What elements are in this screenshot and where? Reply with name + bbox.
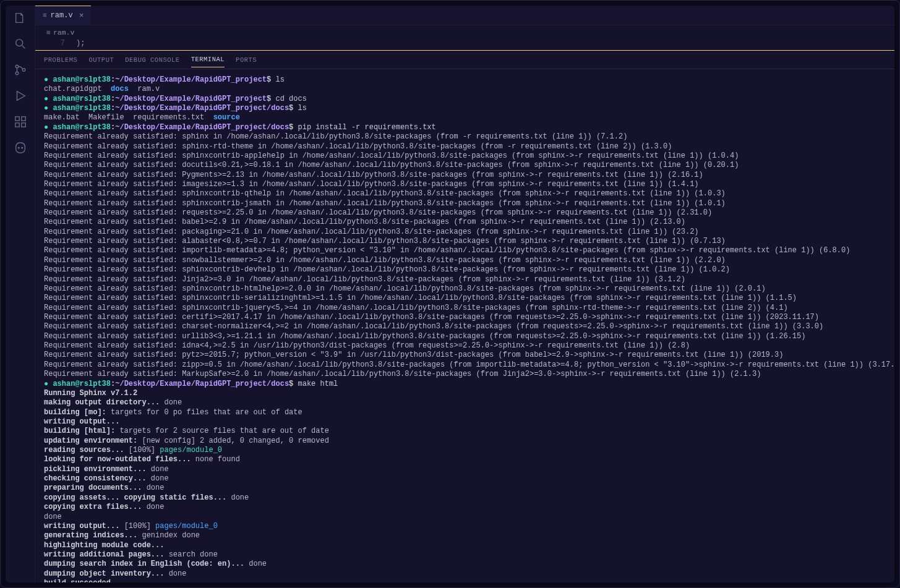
- svg-rect-5: [21, 117, 25, 121]
- svg-point-9: [21, 147, 22, 148]
- editor-line[interactable]: 7 );: [35, 39, 894, 51]
- copilot-icon[interactable]: [13, 140, 28, 155]
- line-content: );: [65, 39, 85, 48]
- run-debug-icon[interactable]: [13, 88, 28, 103]
- tab-ram-v[interactable]: ≡ ram.v ×: [35, 6, 91, 25]
- panel-tab-ports[interactable]: PORTS: [236, 53, 257, 67]
- terminal[interactable]: ● ashan@rslpt38:~/Desktop/Example/RapidG…: [35, 69, 894, 582]
- svg-point-3: [22, 69, 25, 72]
- svg-rect-4: [15, 117, 19, 121]
- breadcrumb-file: ram.v: [53, 28, 75, 36]
- extensions-icon[interactable]: [13, 114, 28, 129]
- svg-rect-7: [21, 123, 25, 127]
- main-area: ≡ ram.v × ≡ ram.v 7 ); PROBLEMSOUTPUTDEB…: [35, 6, 894, 582]
- file-icon: ≡: [46, 28, 51, 36]
- app-window: ≡ ram.v × ≡ ram.v 7 ); PROBLEMSOUTPUTDEB…: [6, 6, 894, 582]
- svg-point-8: [18, 147, 19, 148]
- tab-label: ram.v: [51, 11, 73, 20]
- svg-point-1: [15, 65, 19, 68]
- panel-tab-output[interactable]: OUTPUT: [88, 53, 114, 67]
- panel-tabs: PROBLEMSOUTPUTDEBUG CONSOLETERMINALPORTS: [35, 51, 894, 69]
- breadcrumb[interactable]: ≡ ram.v: [35, 25, 894, 39]
- panel-tab-debug-console[interactable]: DEBUG CONSOLE: [125, 53, 179, 67]
- editor-tab-bar: ≡ ram.v ×: [35, 6, 894, 25]
- file-icon: ≡: [43, 12, 47, 19]
- panel-tab-terminal[interactable]: TERMINAL: [191, 52, 225, 67]
- svg-rect-6: [15, 123, 19, 127]
- line-number: 7: [46, 39, 65, 48]
- svg-point-0: [15, 40, 22, 46]
- search-icon[interactable]: [13, 36, 28, 51]
- activity-bar: [6, 6, 35, 582]
- svg-point-2: [15, 72, 19, 75]
- close-icon[interactable]: ×: [79, 11, 84, 20]
- source-control-icon[interactable]: [13, 62, 28, 77]
- panel-tab-problems[interactable]: PROBLEMS: [44, 53, 77, 67]
- files-icon[interactable]: [13, 11, 28, 25]
